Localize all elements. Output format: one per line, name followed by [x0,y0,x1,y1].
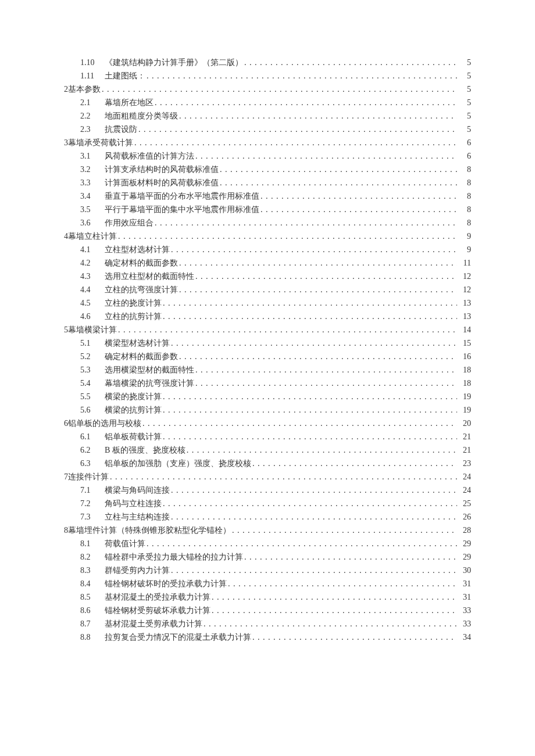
toc-entry-page: 6 [457,149,471,163]
toc-entry: 7.3立柱与主结构连接26 [64,510,471,524]
toc-entry-number: 8.8 [80,630,105,644]
toc-entry-title: 横梁型材选材计算 [105,336,171,350]
toc-entry-number: 6 [64,417,68,430]
toc-leader-dots [244,56,457,69]
toc-entry-page: 8 [457,216,471,230]
toc-entry: 4.2确定材料的截面参数11 [64,256,471,270]
toc-entry-page: 21 [457,443,471,457]
toc-entry-title: 荷载值计算 [105,537,147,550]
toc-leader-dots [179,283,457,296]
toc-entry: 4.1立柱型材选材计算9 [64,243,471,256]
toc-entry-page: 9 [457,243,471,256]
toc-leader-dots [118,230,457,243]
toc-entry-page: 18 [457,363,471,377]
toc-entry-number: 4.1 [80,243,105,256]
toc-entry: 7.2角码与立柱连接25 [64,497,471,510]
toc-entry-page: 19 [457,403,471,417]
toc-entry: 8.2锚栓群中承受拉力最大锚栓的拉力计算29 [64,550,471,564]
toc-entry-title: 计算面板材料时的风荷载标准值 [105,176,220,189]
toc-entry-title: 平行于幕墙平面的集中水平地震作用标准值 [105,203,261,216]
toc-entry-number: 6.3 [80,457,105,470]
toc-entry-number: 5.5 [80,390,105,403]
toc-entry: 8.5基材混凝土的受拉承载力计算31 [64,590,471,604]
toc-entry: 2.2地面粗糙度分类等级5 [64,109,471,123]
toc-entry-page: 19 [457,390,471,403]
toc-entry-page: 18 [457,377,471,390]
toc-entry-title: 角码与立柱连接 [105,497,163,510]
toc-entry-page: 5 [457,83,471,96]
toc-entry-number: 5 [64,323,68,336]
toc-entry-title: 拉剪复合受力情况下的混凝土承载力计算 [105,630,252,644]
toc-entry-number: 8.6 [80,604,105,617]
toc-entry-page: 8 [457,189,471,203]
toc-leader-dots [102,83,457,96]
toc-entry-page: 16 [457,350,471,363]
toc-entry-page: 5 [457,123,471,136]
toc-entry-title: 幕墙承受荷载计算 [68,136,134,149]
toc-entry-page: 11 [457,256,471,270]
toc-leader-dots [163,310,457,323]
toc-entry-number: 8.1 [80,537,105,550]
toc-entry: 8 幕墙埋件计算（特殊倒锥形胶粘型化学锚栓）28 [64,524,471,537]
toc-entry-number: 7 [64,470,68,483]
toc-entry: 6.3铝单板的加强肋（支座）强度、挠度校核23 [64,457,471,470]
toc-entry: 1.10《建筑结构静力计算手册》（第二版）5 [64,56,471,69]
toc-entry-page: 12 [457,283,471,296]
toc-entry-number: 6.2 [80,443,105,457]
toc-entry-number: 4.4 [80,283,105,296]
toc-entry-page: 8 [457,176,471,189]
toc-leader-dots [232,524,457,537]
toc-leader-dots [195,363,457,377]
toc-leader-dots [118,323,457,336]
toc-entry-title: 基本参数 [68,83,102,96]
toc-entry-title: 群锚受剪内力计算 [105,564,171,577]
toc-entry-title: 垂直于幕墙平面的分布水平地震作用标准值 [105,189,261,203]
toc-leader-dots [244,550,457,564]
toc-entry: 8.8拉剪复合受力情况下的混凝土承载力计算34 [64,630,471,644]
toc-entry-page: 29 [457,537,471,550]
toc-entry-page: 14 [457,323,471,336]
toc-entry-page: 5 [457,69,471,83]
toc-entry-number: 4.5 [80,296,105,310]
toc-entry-page: 13 [457,296,471,310]
toc-entry-title: 幕墙所在地区 [105,96,155,109]
toc-entry: 6 铝单板的选用与校核20 [64,417,471,430]
toc-entry-page: 5 [457,96,471,109]
toc-entry-page: 34 [457,630,471,644]
toc-entry: 4.6立柱的抗剪计算13 [64,310,471,323]
toc-entry-title: 连接件计算 [68,470,110,483]
toc-entry-title: 铝单板荷载计算 [105,430,163,443]
toc-leader-dots [212,604,457,617]
toc-entry: 5 幕墙横梁计算14 [64,323,471,336]
toc-leader-dots [163,390,457,403]
toc-entry-title: 基材混凝土的受拉承载力计算 [105,590,212,604]
toc-entry-number: 5.6 [80,403,105,417]
toc-entry: 5.5横梁的挠度计算19 [64,390,471,403]
toc-entry-title: 锚栓群中承受拉力最大锚栓的拉力计算 [105,550,244,564]
toc-entry-title: 抗震设防 [105,123,138,136]
toc-entry-number: 1.10 [80,56,105,69]
toc-entry: 4.3选用立柱型材的截面特性12 [64,270,471,283]
toc-entry-page: 30 [457,564,471,577]
toc-entry: 3 幕墙承受荷载计算6 [64,136,471,149]
toc-entry: 5.3选用横梁型材的截面特性18 [64,363,471,377]
toc-entry-title: 作用效应组合 [105,216,155,230]
toc-entry-number: 8.5 [80,590,105,604]
toc-entry-number: 8.2 [80,550,105,564]
toc-leader-dots [261,189,457,203]
toc-entry-page: 23 [457,457,471,470]
toc-entry-title: 风荷载标准值的计算方法 [105,149,195,163]
toc-entry: 7 连接件计算24 [64,470,471,483]
toc-leader-dots [134,136,457,149]
toc-entry-title: 确定材料的截面参数 [105,350,179,363]
toc-entry-number: 3 [64,136,68,149]
toc-leader-dots [171,483,457,497]
toc-leader-dots [220,176,457,189]
toc-entry: 4.4立柱的抗弯强度计算12 [64,283,471,296]
toc-leader-dots [171,564,457,577]
toc-entry-page: 31 [457,590,471,604]
toc-entry-title: 立柱的抗剪计算 [105,310,163,323]
toc-entry-number: 8.7 [80,617,105,630]
toc-leader-dots [212,590,457,604]
toc-entry-page: 33 [457,617,471,630]
